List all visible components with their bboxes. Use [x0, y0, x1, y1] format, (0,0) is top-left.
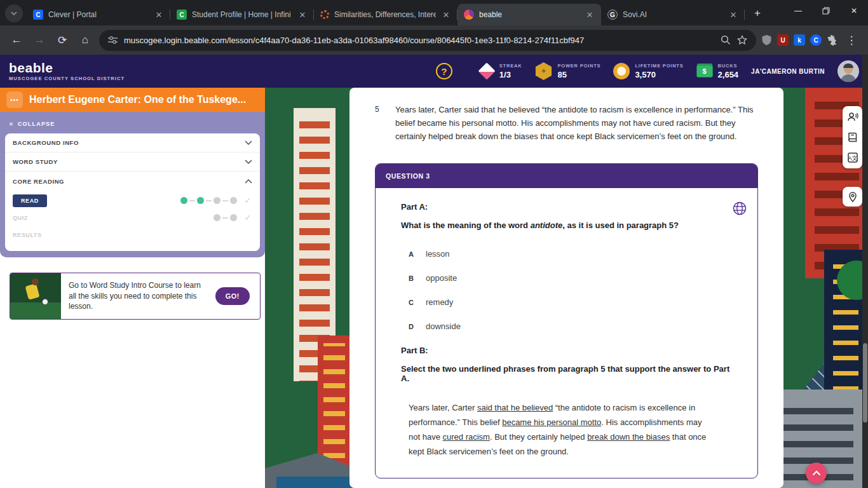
forward-button[interactable]: →: [31, 31, 48, 49]
choice-text: opposite: [426, 273, 457, 283]
tab-close-icon[interactable]: ✕: [154, 10, 164, 20]
address-bar[interactable]: muscogee.login.beable.com/lesson/c4f4aa7…: [99, 30, 756, 51]
bucks-value: 2,654: [718, 70, 739, 79]
home-button[interactable]: ⌂: [76, 31, 94, 49]
section-background-info[interactable]: BACKGROUND INFO: [5, 133, 260, 152]
site-settings-icon[interactable]: [108, 36, 118, 44]
word-study-promo-card: Go to Word Study Intro Course to learn a…: [10, 273, 261, 320]
choice-c[interactable]: C remedy: [409, 297, 732, 307]
choice-letter: D: [409, 323, 416, 330]
browser-menu-kebab-icon[interactable]: ⋮: [843, 31, 860, 49]
reading-panel: 5 Years later, Carter said that he belie…: [349, 88, 783, 488]
prompt-pre: What is the meaning of the word: [401, 220, 531, 230]
read-progress-row: READ ✓: [13, 192, 252, 209]
streak-label: STREAK: [499, 63, 522, 69]
bookmark-star-icon[interactable]: [737, 35, 747, 45]
tab-close-icon[interactable]: ✕: [297, 10, 308, 20]
part-a-label: Part A:: [401, 202, 732, 212]
window-controls: — ✕: [784, 0, 868, 22]
progress-dot-todo: [214, 197, 220, 204]
reload-button[interactable]: ⟳: [53, 31, 71, 49]
progress-dot-todo: [230, 214, 237, 221]
paragraph-number: 5: [375, 104, 388, 143]
tab-close-icon[interactable]: ✕: [585, 10, 595, 20]
scrollbar-thumb[interactable]: [863, 343, 867, 423]
tab-clever-portal[interactable]: C Clever | Portal ✕: [27, 4, 170, 25]
sovi-favicon: G: [607, 10, 618, 20]
streak-icon: [478, 62, 495, 79]
choice-letter: C: [409, 299, 416, 306]
tab-search-button[interactable]: [5, 4, 23, 22]
tab-close-icon[interactable]: ✕: [441, 10, 451, 20]
location-pin-tool[interactable]: [843, 187, 862, 207]
new-tab-button[interactable]: +: [749, 4, 766, 22]
answer-choices: A lesson B opposite C remedy D downside: [409, 249, 732, 331]
back-button[interactable]: ←: [8, 31, 25, 49]
tab-label: Student Profile | Home | Infini: [192, 10, 292, 19]
lesson-accordion: BACKGROUND INFO WORD STUDY CORE READING …: [5, 133, 260, 251]
lesson-nav-panel: ✕ COLLAPSE BACKGROUND INFO WORD STUDY CO…: [0, 112, 265, 257]
choice-text: downside: [426, 322, 461, 331]
read-aloud-person-icon[interactable]: [847, 111, 858, 123]
user-name: JA'CAMERON BURTIN: [751, 68, 825, 75]
window-minimize-button[interactable]: —: [784, 0, 812, 22]
choice-b[interactable]: B opposite: [409, 273, 732, 283]
choice-text: lesson: [426, 249, 450, 259]
quiz-label: QUIZ: [13, 215, 28, 221]
underlined-phrase-1[interactable]: said that he believed: [477, 403, 553, 412]
privacy-shield-icon[interactable]: [761, 34, 772, 46]
tab-similarities[interactable]: Similarities, Differences, Intere ✕: [314, 4, 458, 25]
translate-icon[interactable]: A文: [847, 152, 858, 163]
tab-student-profile[interactable]: C Student Profile | Home | Infini ✕: [170, 4, 314, 25]
passage-text: Years later, Carter: [409, 403, 477, 412]
read-aloud-globe-icon[interactable]: [732, 201, 747, 216]
extensions-puzzle-icon[interactable]: [827, 35, 837, 46]
tab-close-icon[interactable]: ✕: [728, 10, 738, 20]
beable-header: beable MUSCOGEE COUNTY SCHOOL DISTRICT ?…: [0, 55, 868, 88]
tab-sovi-ai[interactable]: G Sovi.AI ✕: [601, 4, 745, 25]
part-b-passage: Years later, Carter said that he believe…: [409, 401, 709, 459]
lifetime-points-stat: LIFETIME POINTS 3,570: [613, 63, 683, 79]
choice-a[interactable]: A lesson: [409, 249, 732, 259]
bucks-stat: $ BUCKS 2,654: [696, 63, 739, 79]
help-icon[interactable]: ?: [436, 63, 452, 79]
dictionary-book-icon[interactable]: [847, 132, 858, 143]
choice-d[interactable]: D downside: [409, 322, 732, 331]
section-word-study[interactable]: WORD STUDY: [5, 152, 260, 172]
avatar[interactable]: [837, 60, 859, 82]
streak-stat: STREAK 1/3: [479, 63, 522, 79]
section-label: BACKGROUND INFO: [13, 139, 79, 146]
url-text[interactable]: muscogee.login.beable.com/lesson/c4f4aa7…: [124, 36, 714, 45]
district-label: MUSCOGEE COUNTY SCHOOL DISTRICT: [9, 76, 125, 81]
quiz-progress-dots: [214, 214, 237, 221]
core-reading-body: READ ✓ QUIZ ✓: [5, 191, 260, 245]
scroll-to-top-button[interactable]: [806, 463, 827, 484]
collapse-label: COLLAPSE: [18, 121, 55, 127]
kami-extension-icon[interactable]: k: [794, 34, 805, 46]
part-a-prompt: What is the meaning of the word antidote…: [401, 220, 732, 230]
tab-beable-active[interactable]: beable ✕: [458, 4, 601, 25]
lesson-menu-button[interactable]: •••: [6, 92, 23, 108]
ublock-extension-icon[interactable]: U: [777, 34, 789, 46]
section-core-reading[interactable]: CORE READING: [5, 172, 260, 191]
underlined-phrase-2[interactable]: became his personal motto: [502, 417, 601, 427]
svg-text:A文: A文: [848, 155, 857, 161]
lifetime-points-label: LIFETIME POINTS: [635, 63, 683, 69]
passage-text: . But they certainly helped: [490, 432, 587, 442]
go-button[interactable]: GO!: [215, 287, 250, 305]
underlined-phrase-3[interactable]: cured racism: [443, 432, 490, 442]
part-b-label: Part B:: [401, 346, 732, 355]
power-points-stat: ✦ POWER POINTS 85: [534, 62, 600, 80]
browser-toolbar: ← → ⟳ ⌂ muscogee.login.beable.com/lesson…: [0, 25, 868, 55]
collapse-button[interactable]: ✕ COLLAPSE: [9, 121, 260, 127]
zoom-icon[interactable]: [721, 35, 731, 45]
underlined-phrase-4[interactable]: break down the biases: [587, 432, 670, 442]
lesson-title: Herbert Eugene Carter: One of the Tuskeg…: [29, 94, 246, 105]
paragraph-5: 5 Years later, Carter said that he belie…: [375, 104, 758, 143]
tab-label: beable: [479, 10, 580, 19]
window-close-button[interactable]: ✕: [840, 0, 868, 22]
page-scrollbar[interactable]: [862, 55, 868, 488]
read-button[interactable]: READ: [13, 194, 47, 207]
clever-extension-icon[interactable]: C: [810, 34, 822, 46]
window-restore-button[interactable]: [812, 0, 840, 22]
